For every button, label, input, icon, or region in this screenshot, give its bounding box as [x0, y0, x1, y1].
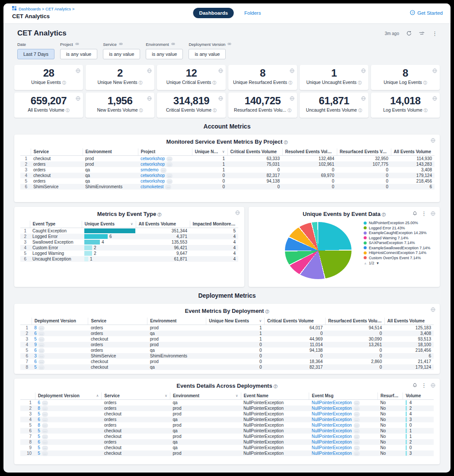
column-header-event-msg[interactable]: Event Msg	[309, 392, 378, 400]
ellipsis-chip[interactable]: …	[354, 406, 360, 411]
legend-item[interactable]: Custom OverOps Event 7.14%	[364, 256, 438, 261]
column-header-event-type[interactable]: Event Type	[30, 221, 82, 228]
ellipsis-chip[interactable]: …	[42, 406, 48, 411]
pie-chart[interactable]	[285, 222, 352, 279]
column-header-event-name[interactable]: Event Name	[241, 392, 309, 400]
column-header-unique-new-events[interactable]: Unique New Events∨	[206, 318, 265, 325]
info-icon[interactable]: ⓘ	[139, 108, 143, 113]
info-icon[interactable]: ⓘ	[358, 108, 362, 113]
globe-icon[interactable]	[290, 95, 294, 103]
ellipsis-chip[interactable]: …	[42, 446, 48, 450]
cell-link[interactable]: srmdemo	[141, 167, 159, 172]
info-icon[interactable]: ⓘ	[288, 108, 291, 113]
get-started-link[interactable]: ? Get Started	[410, 10, 443, 16]
column-header-critical-events-volume[interactable]: Critical Events Volume	[227, 148, 282, 156]
ellipsis-chip[interactable]: …	[38, 337, 45, 342]
info-icon[interactable]: ⓘ	[288, 80, 292, 85]
column-header-all-events-volume[interactable]: All Events Volume	[391, 148, 435, 156]
sort-desc-icon[interactable]: ∨	[234, 394, 238, 398]
ellipsis-chip[interactable]: …	[354, 451, 360, 456]
cell-link[interactable]: NullPointerException	[312, 417, 352, 422]
info-icon[interactable]: ⓘ	[66, 108, 70, 113]
cell-link[interactable]: 5	[38, 428, 40, 433]
cell-link[interactable]: 6	[34, 359, 37, 364]
cell-link[interactable]: 6	[38, 440, 40, 444]
kebab-menu-icon[interactable]: ⋮	[421, 210, 427, 217]
cell-link[interactable]: NullPointerException	[312, 406, 352, 411]
column-header-resurfaced-yes-no[interactable]: Resurfaced (Yes / No)	[377, 392, 403, 400]
ellipsis-chip[interactable]: …	[42, 451, 48, 456]
cell-link[interactable]: 8	[34, 325, 37, 330]
column-header-impacted-monitored-services[interactable]: Impacted Monitored Services	[190, 221, 238, 228]
cell-link[interactable]: NullPointerException	[312, 428, 352, 433]
cell-link[interactable]: NullPointerException	[312, 412, 352, 416]
globe-icon[interactable]	[235, 210, 240, 215]
ellipsis-chip[interactable]: …	[166, 162, 173, 167]
ellipsis-chip[interactable]: …	[354, 446, 360, 450]
ellipsis-chip[interactable]: …	[166, 157, 173, 161]
sort-asc-icon[interactable]: ∧	[94, 394, 99, 398]
globe-icon[interactable]	[432, 67, 437, 75]
cell-link[interactable]: 9	[34, 342, 37, 347]
legend-item[interactable]: Logged Warning 7.14%	[364, 236, 438, 241]
cell-link[interactable]: 8	[38, 406, 40, 411]
ellipsis-chip[interactable]: …	[354, 412, 360, 417]
sort-desc-icon[interactable]: ∨	[257, 319, 262, 323]
cell-link[interactable]: 6	[34, 331, 37, 336]
column-header-all-events-volume[interactable]: All Events Volume	[384, 318, 434, 325]
column-header-resurfaced-events-volume[interactable]: Resurfaced Events Volume	[337, 148, 391, 156]
globe-icon[interactable]	[290, 67, 294, 75]
info-icon[interactable]: ⓘ	[382, 212, 386, 217]
breadcrumb-text[interactable]: Dashboards > CET Analytics >	[19, 6, 74, 11]
globe-icon[interactable]	[218, 67, 223, 75]
cell-link[interactable]: 6	[38, 417, 40, 422]
legend-item[interactable]: NullPointerException 25.00%	[364, 221, 438, 225]
cell-link[interactable]: NullPointerException	[312, 440, 352, 444]
globe-icon[interactable]	[361, 67, 366, 75]
ellipsis-chip[interactable]: …	[165, 185, 171, 190]
cell-link[interactable]: NullPointerException	[312, 445, 352, 450]
cell-link[interactable]: 3	[34, 354, 37, 358]
cell-link[interactable]: cetworkshop	[141, 156, 165, 161]
cell-link[interactable]: cetworkshop	[141, 179, 165, 183]
legend-item[interactable]: Logged Error 21.43%	[364, 226, 438, 231]
ellipsis-chip[interactable]: …	[38, 343, 45, 347]
ellipsis-chip[interactable]: …	[38, 326, 45, 331]
info-icon[interactable]: ⓘ	[62, 80, 66, 85]
globe-icon[interactable]	[147, 95, 152, 103]
cell-link[interactable]: cetworkshop	[141, 162, 165, 167]
column-header-environment[interactable]: Environment∨	[170, 392, 241, 400]
ellipsis-chip[interactable]: …	[166, 174, 173, 178]
tab-folders[interactable]: Folders	[244, 10, 261, 16]
cell-link[interactable]: 5	[38, 412, 40, 416]
ellipsis-chip[interactable]: …	[42, 440, 48, 445]
legend-item[interactable]: HttpHostConnectException 7.14%	[364, 251, 438, 255]
ellipsis-chip[interactable]: …	[42, 401, 48, 405]
ellipsis-chip[interactable]: …	[38, 331, 45, 336]
column-header-unique-new-ever[interactable]: Unique New Ever∨	[192, 148, 227, 156]
kebab-menu-icon[interactable]: ⋮	[432, 30, 438, 37]
ellipsis-chip[interactable]: …	[42, 412, 48, 417]
bell-icon[interactable]	[412, 383, 417, 388]
column-header-environment[interactable]: Environment	[83, 148, 138, 156]
cell-link[interactable]: 6	[34, 348, 37, 353]
cell-link[interactable]: 6	[38, 400, 40, 405]
info-icon[interactable]: ⓘ	[265, 309, 269, 314]
column-header-deployment-version[interactable]: Deployment Version∧	[35, 392, 102, 400]
info-icon[interactable]: ⓘ	[358, 80, 362, 85]
info-icon[interactable]: ⓘ	[274, 384, 278, 389]
globe-icon[interactable]	[431, 211, 435, 216]
cell-link[interactable]: 5	[34, 337, 37, 341]
filter-lines-icon[interactable]	[419, 32, 425, 35]
legend-item[interactable]: ExampleCaughtException 14.29%	[364, 231, 438, 235]
globe-icon[interactable]	[432, 95, 437, 103]
sort-desc-icon[interactable]: ∨	[163, 394, 167, 398]
column-header-deployment-version[interactable]: Deployment Version	[32, 318, 88, 325]
column-header-service[interactable]: Service	[31, 148, 83, 156]
info-icon[interactable]: ⓘ	[423, 80, 427, 85]
ellipsis-chip[interactable]: …	[354, 423, 360, 428]
refresh-icon[interactable]	[406, 31, 412, 36]
cell-link[interactable]: 5	[38, 445, 40, 450]
filter-value-button[interactable]: is any value	[146, 49, 183, 59]
ellipsis-chip[interactable]: …	[38, 348, 45, 353]
